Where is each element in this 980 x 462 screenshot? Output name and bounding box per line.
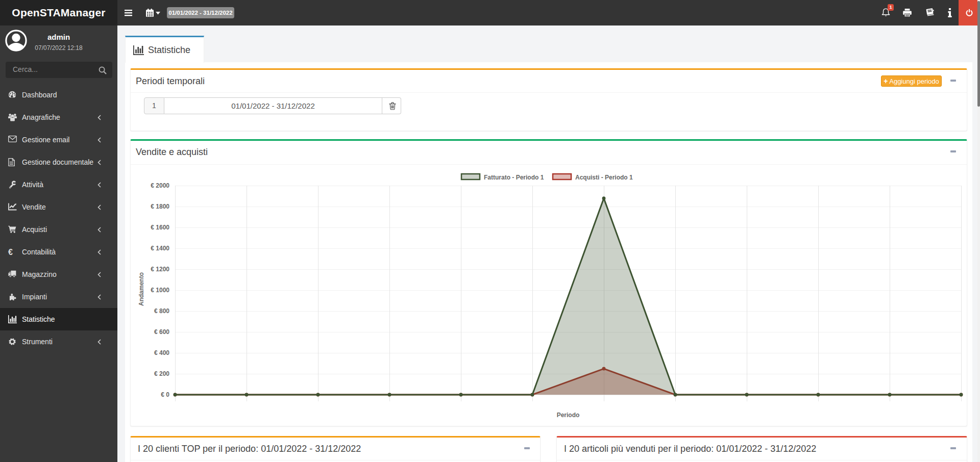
svg-text:€ 1600: € 1600: [151, 224, 169, 231]
svg-text:Acquisti - Periodo 1: Acquisti - Periodo 1: [575, 174, 633, 181]
svg-text:Fatturato - Periodo 1: Fatturato - Periodo 1: [484, 174, 544, 181]
svg-text:€ 400: € 400: [154, 349, 169, 356]
svg-text:€ 600: € 600: [154, 328, 169, 336]
svg-text:€ 1200: € 1200: [151, 266, 169, 273]
svg-text:€ 0: € 0: [161, 391, 169, 398]
svg-text:€ 200: € 200: [154, 370, 169, 377]
svg-text:Periodo: Periodo: [557, 412, 580, 419]
svg-text:€ 1800: € 1800: [151, 203, 169, 210]
svg-text:€ 1000: € 1000: [151, 287, 169, 294]
svg-text:Andamento: Andamento: [138, 272, 145, 306]
svg-text:€ 800: € 800: [154, 307, 169, 315]
svg-text:€ 2000: € 2000: [151, 182, 169, 189]
svg-text:€ 1400: € 1400: [151, 245, 169, 252]
